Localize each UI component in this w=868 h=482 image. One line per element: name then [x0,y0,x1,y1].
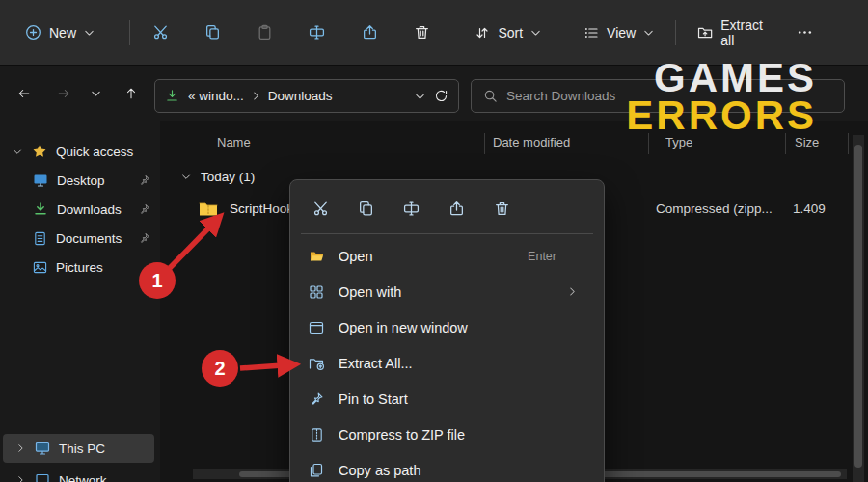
file-name: ScriptHook [230,201,293,216]
share-button[interactable] [351,15,388,50]
new-button[interactable]: New [15,16,104,48]
pin-icon [139,174,150,186]
menu-item-pin-to-start[interactable]: Pin to Start [295,381,599,416]
sidebar-item-label: This PC [59,442,105,456]
step-1-badge: 1 [139,262,176,299]
chevron-down-icon [643,29,654,37]
sidebar-item-this-pc[interactable]: This PC [3,434,154,463]
star-icon [32,144,47,159]
share-button[interactable] [439,192,475,225]
sidebar-item-label: Desktop [57,174,105,188]
rename-icon [403,201,420,217]
copy-button[interactable] [194,15,231,50]
pin-icon [139,203,150,215]
up-button[interactable] [115,78,148,109]
breadcrumb-overflow[interactable]: « windo... [188,89,244,103]
menu-item-open-in-new-window[interactable]: Open in new window [295,309,599,345]
cut-icon [312,201,329,217]
search-input[interactable] [506,89,832,103]
delete-button[interactable] [403,15,440,50]
copy-button[interactable] [348,192,384,225]
sidebar: Quick access Desktop Downloads Documents… [0,121,160,482]
desktop-icon [33,173,48,188]
cut-button[interactable] [303,192,339,225]
file-size: 1.409 [793,201,826,216]
breadcrumb-downloads[interactable]: Downloads [268,89,333,103]
delete-button[interactable] [484,192,520,225]
cut-icon [152,24,169,40]
group-label: Today (1) [201,170,255,184]
sidebar-item-quick-access[interactable]: Quick access [0,137,160,166]
new-window-icon [307,320,326,335]
rename-button[interactable] [299,15,336,50]
share-icon [448,201,465,217]
arrow-back-icon [16,87,32,100]
network-icon [35,472,50,482]
back-button[interactable] [8,78,41,109]
sidebar-item-downloads[interactable]: Downloads [0,195,160,224]
paste-button[interactable] [246,15,283,50]
menu-item-open-with[interactable]: Open with [295,274,599,309]
menu-item-label: Open with [339,284,569,300]
menu-item-compress-to-zip[interactable]: Compress to ZIP file [295,416,599,452]
forward-button[interactable] [47,78,80,109]
menu-item-label: Open [339,249,528,264]
sidebar-item-documents[interactable]: Documents [0,224,160,253]
rename-button[interactable] [393,192,429,225]
menu-item-label: Copy as path [339,463,587,478]
submenu-chevron-icon [569,286,576,297]
column-divider[interactable] [785,133,786,154]
share-icon [362,24,378,40]
toolbar-divider [129,20,130,45]
plus-icon [25,24,41,40]
zip-folder-icon [199,201,218,217]
chevron-down-icon [84,29,95,37]
extract-all-button[interactable]: Extract all [688,10,787,56]
pin-icon [307,391,326,406]
menu-item-copy-as-path[interactable]: Copy as path [295,452,599,482]
sort-button[interactable]: Sort [465,17,551,48]
new-button-label: New [49,25,76,40]
column-header-name[interactable]: Name [217,135,251,154]
extract-all-icon [307,356,326,371]
pictures-icon [33,260,47,275]
chevron-right-icon[interactable] [14,475,26,482]
sort-button-label: Sort [498,25,523,40]
menu-item-open[interactable]: Open Enter [295,238,599,274]
context-menu-icon-row [295,185,599,231]
recent-locations-button[interactable] [83,78,108,109]
vertical-scrollbar[interactable] [853,135,864,482]
view-button[interactable]: View [574,17,664,48]
menu-item-label: Pin to Start [339,391,587,407]
sidebar-item-pictures[interactable]: Pictures [0,253,160,281]
sidebar-item-label: Documents [56,231,122,246]
sidebar-item-label: Quick access [56,145,133,159]
column-divider[interactable] [484,133,485,154]
menu-shortcut: Enter [528,250,556,263]
refresh-icon[interactable] [434,89,448,103]
column-header-date-modified[interactable]: Date modified [493,135,570,154]
more-options-button[interactable] [787,15,824,50]
paste-icon [257,24,273,40]
column-header-size[interactable]: Size [795,135,819,154]
sidebar-item-network[interactable]: Network [3,466,154,482]
group-header-today[interactable]: Today (1) [181,165,255,188]
chevron-down-icon[interactable] [12,148,23,155]
address-dropdown-icon[interactable] [415,93,425,100]
this-pc-icon [35,441,50,456]
column-header-type[interactable]: Type [665,135,692,154]
search-icon [483,89,498,103]
column-divider[interactable] [648,133,649,154]
cut-button[interactable] [142,15,178,50]
column-divider[interactable] [848,133,849,154]
menu-item-label: Open in new window [339,320,587,335]
chevron-right-icon[interactable] [14,443,26,453]
vertical-scrollbar-thumb[interactable] [854,145,862,468]
sidebar-item-label: Downloads [57,202,122,217]
open-with-icon [307,284,326,300]
address-bar[interactable]: « windo... Downloads [154,79,459,113]
sidebar-item-desktop[interactable]: Desktop [0,166,160,195]
menu-item-extract-all[interactable]: Extract All... [295,345,599,381]
menu-item-label: Extract All... [339,356,587,371]
documents-icon [33,231,47,246]
